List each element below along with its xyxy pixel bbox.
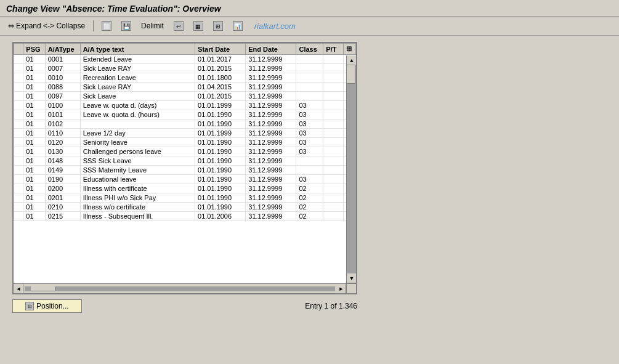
expand-collapse-button[interactable]: ⇔ Expand <-> Collapse [5,20,88,32]
row-selector[interactable] [14,203,23,212]
col-header-atype[interactable]: A/AType [45,44,80,55]
col-header-selector [14,44,23,55]
copy-icon: ⬜ [102,21,111,31]
entry-info: Entry 1 of 1.346 [305,302,357,310]
table-row[interactable]: 010120Seniority leave01.01.199031.12.999… [14,138,356,147]
table-row[interactable]: 01010201.01.199031.12.999903 [14,119,356,129]
row-selector[interactable] [14,193,23,203]
horizontal-scrollbar[interactable]: ◄ ► [14,283,346,293]
col-header-typetext[interactable]: A/A type text [80,44,195,55]
scroll-thumb[interactable] [347,65,355,84]
row-selector[interactable] [14,147,23,156]
cell-atype: 0088 [45,83,80,92]
chart-icon: 📊 [233,21,243,31]
row-selector[interactable] [14,166,23,175]
row-selector[interactable] [14,101,23,110]
cell-startdate: 01.01.2017 [195,55,246,64]
save-icon-button[interactable]: 💾 [118,19,134,33]
table-row[interactable]: 010201Illness PHI w/o Sick Pay01.01.1990… [14,193,356,203]
row-selector[interactable] [14,138,23,147]
cell-typetext: Illness PHI w/o Sick Pay [80,193,195,203]
cell-psg: 01 [23,212,45,221]
cell-typetext: Illness - Subsequent Ill. [80,212,195,221]
cell-startdate: 01.01.2006 [195,212,246,221]
cell-startdate: 01.01.2015 [195,92,246,101]
row-selector[interactable] [14,92,23,101]
table-icon-button[interactable]: ▦ [190,19,206,33]
vertical-scrollbar[interactable]: ▲ ▼ [346,55,356,283]
table-row[interactable]: 010010Recreation Leave01.01.180031.12.99… [14,73,356,83]
scroll-track[interactable] [347,65,356,273]
row-selector[interactable] [14,175,23,184]
copy-icon-button[interactable]: ⬜ [99,19,115,33]
watermark: rialkart.com [254,22,296,31]
undo-icon-button[interactable]: ↩ [171,19,187,33]
col-header-psg[interactable]: PSG [23,44,45,55]
col-header-startdate[interactable]: Start Date [195,44,246,55]
row-selector[interactable] [14,156,23,166]
cell-class: 02 [296,212,323,221]
cell-class [296,73,323,83]
cell-enddate: 31.12.9999 [246,212,296,221]
row-selector[interactable] [14,129,23,138]
cell-typetext: Recreation Leave [80,73,195,83]
hscroll-track[interactable] [25,286,335,291]
cell-startdate: 01.01.1999 [195,101,246,110]
table-row[interactable]: 010007Sick Leave RAY01.01.201531.12.9999 [14,64,356,73]
table-row[interactable]: 010215Illness - Subsequent Ill.01.01.200… [14,212,356,221]
row-selector[interactable] [14,212,23,221]
cell-pt [323,110,344,119]
row-selector[interactable] [14,119,23,129]
table-row[interactable]: 010130Challenged persons leave01.01.1990… [14,147,356,156]
cell-pt [323,64,344,73]
cell-typetext: Leave w. quota d. (hours) [80,110,195,119]
table-row[interactable]: 010101Leave w. quota d. (hours)01.01.199… [14,110,356,119]
table-row[interactable]: 010190Educational leave01.01.199031.12.9… [14,175,356,184]
scroll-left-button[interactable]: ◄ [14,284,23,294]
cell-enddate: 31.12.9999 [246,138,296,147]
scroll-up-button[interactable]: ▲ [347,55,357,65]
cell-psg: 01 [23,110,45,119]
table-row[interactable]: 010200Illness with certificate01.01.1990… [14,184,356,193]
table-row[interactable]: 010149SSS Maternity Leave01.01.199031.12… [14,166,356,175]
table-row[interactable]: 010001Extended Leave01.01.201731.12.9999 [14,55,356,64]
col-header-enddate[interactable]: End Date [246,44,296,55]
scroll-down-button[interactable]: ▼ [347,273,357,283]
table-row[interactable]: 010100Leave w. quota d. (days)01.01.1999… [14,101,356,110]
delimit-button[interactable]: Delimit [138,20,167,32]
cell-enddate: 31.12.9999 [246,64,296,73]
table-row[interactable]: 010097Sick Leave01.01.201531.12.9999 [14,92,356,101]
row-selector[interactable] [14,64,23,73]
cell-typetext: Sick Leave [80,92,195,101]
cell-enddate: 31.12.9999 [246,119,296,129]
col-header-pt[interactable]: P/T [323,44,344,55]
cell-class: 03 [296,138,323,147]
row-selector[interactable] [14,83,23,92]
hscroll-thumb[interactable] [31,286,55,291]
table-row[interactable]: 010210Illness w/o certificate01.01.19903… [14,203,356,212]
row-selector[interactable] [14,55,23,64]
cell-startdate: 01.01.1990 [195,193,246,203]
cell-atype: 0148 [45,156,80,166]
cell-psg: 01 [23,55,45,64]
grid-icon-button[interactable]: ⊞ [210,19,226,33]
row-selector[interactable] [14,73,23,83]
scroll-right-button[interactable]: ► [336,284,346,294]
cell-pt [323,101,344,110]
delimit-label: Delimit [141,22,164,30]
row-selector[interactable] [14,184,23,193]
cell-psg: 01 [23,138,45,147]
cell-startdate: 01.01.1990 [195,147,246,156]
table-row[interactable]: 010088Sick Leave RAY01.04.201531.12.9999 [14,83,356,92]
table-row[interactable]: 010110Leave 1/2 day01.01.199931.12.99990… [14,129,356,138]
cell-class: 03 [296,101,323,110]
position-button[interactable]: ⊡ Position... [12,299,82,313]
row-selector[interactable] [14,110,23,119]
table-row[interactable]: 010148SSS Sick Leave01.01.199031.12.9999 [14,156,356,166]
cell-class: 03 [296,129,323,138]
col-header-class[interactable]: Class [296,44,323,55]
cell-startdate: 01.01.1999 [195,129,246,138]
cell-psg: 01 [23,203,45,212]
cell-class: 02 [296,184,323,193]
chart-icon-button[interactable]: 📊 [230,19,246,33]
